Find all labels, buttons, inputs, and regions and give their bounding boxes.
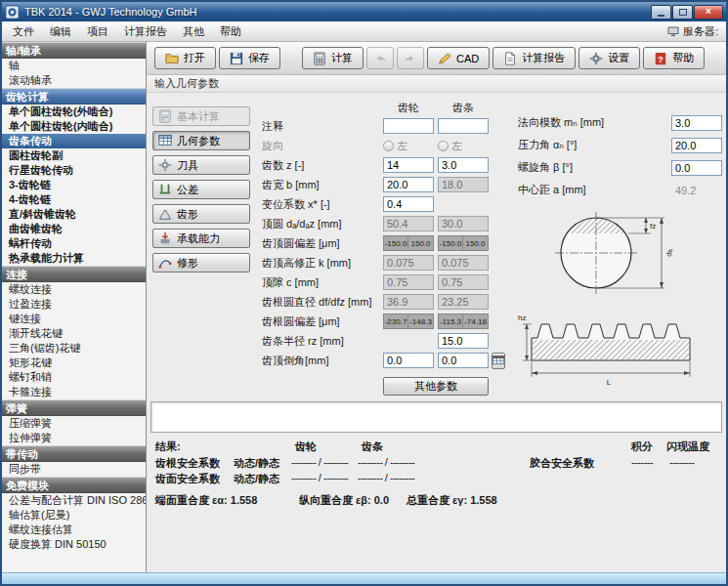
sidebar-item[interactable]: 三角(锯齿)花键 bbox=[2, 341, 146, 356]
sidebar-item[interactable]: 压缩弹簧 bbox=[2, 416, 146, 431]
sidebar-item[interactable]: 轴估算(尼曼) bbox=[2, 508, 146, 523]
chamfer-detail-button[interactable] bbox=[492, 353, 505, 369]
sidebar-item[interactable]: 同步带 bbox=[2, 462, 146, 477]
helix-angle-input[interactable] bbox=[671, 160, 722, 176]
report-button[interactable]: 计算报告 bbox=[492, 47, 576, 69]
hand-rack-option: 左 bbox=[438, 139, 489, 153]
sidebar-item[interactable]: 卡箍连接 bbox=[2, 385, 146, 399]
results-title: 结果: bbox=[155, 440, 181, 454]
sidebar-item[interactable]: 硬度换算 DIN 50150 bbox=[2, 537, 146, 552]
tip-dev-gear-upper-input bbox=[408, 235, 434, 251]
sidebar-item[interactable]: 4-齿轮链 bbox=[2, 192, 146, 207]
flank-safety-gear-value: -------- / -------- bbox=[291, 472, 348, 483]
sidebar-section-header[interactable]: 连接 bbox=[2, 266, 146, 282]
tab-tooth-form[interactable]: 齿形 bbox=[152, 204, 250, 224]
sidebar-item[interactable]: 键连接 bbox=[2, 312, 146, 326]
tab-modification[interactable]: 修形 bbox=[152, 253, 250, 272]
width-gear-input[interactable] bbox=[383, 177, 434, 192]
sidebar-item[interactable]: 齿条传动 bbox=[2, 134, 146, 148]
pressure-angle-input[interactable] bbox=[671, 138, 722, 153]
sidebar-section-header[interactable]: 弹簧 bbox=[2, 399, 146, 416]
shift-gear-input[interactable] bbox=[383, 196, 434, 212]
window-controls: × bbox=[651, 5, 723, 20]
help-button[interactable]: ? 帮助 bbox=[643, 47, 705, 69]
hand-rack-radio bbox=[438, 141, 449, 151]
rack-radius-input[interactable] bbox=[438, 333, 489, 349]
calculate-button-label: 计算 bbox=[331, 51, 353, 65]
calculate-button[interactable]: 计算 bbox=[302, 47, 364, 69]
maximize-button[interactable] bbox=[672, 5, 693, 20]
diagram-label-length: L bbox=[607, 378, 612, 387]
save-button[interactable]: 保存 bbox=[219, 47, 280, 69]
sidebar-item[interactable]: 螺纹连接估算 bbox=[2, 523, 146, 537]
sidebar-item[interactable]: 螺钉和销 bbox=[2, 370, 146, 385]
sidebar-item[interactable]: 矩形花键 bbox=[2, 356, 146, 370]
total-contact-ratio: 总重合度 εγ: 1.558 bbox=[407, 493, 497, 508]
sidebar-item[interactable]: 曲齿锥齿轮 bbox=[2, 222, 146, 236]
param-row-helix-angle: 螺旋角 β [°] bbox=[518, 156, 722, 179]
tip-dia-gear-input bbox=[383, 216, 434, 231]
tab-tools[interactable]: 刀具 bbox=[152, 155, 250, 175]
sidebar-item[interactable]: 行星齿轮传动 bbox=[2, 163, 146, 178]
sidebar-item[interactable]: 螺纹连接 bbox=[2, 282, 146, 297]
sidebar-item[interactable]: 圆柱齿轮副 bbox=[2, 148, 146, 163]
root-dev-gear-upper-input bbox=[408, 314, 434, 329]
comment-gear-input[interactable] bbox=[383, 118, 434, 134]
menu-item[interactable]: 计算报告 bbox=[116, 21, 175, 42]
sidebar-item[interactable]: 渐开线花键 bbox=[2, 326, 146, 341]
sidebar-item[interactable]: 拉伸弹簧 bbox=[2, 431, 146, 445]
minimize-button[interactable] bbox=[651, 5, 671, 20]
teeth-rack-input[interactable] bbox=[438, 157, 489, 173]
center-distance-value: 49.2 bbox=[671, 185, 722, 196]
menu-item[interactable]: 其他 bbox=[175, 21, 212, 42]
menu-item[interactable]: 编辑 bbox=[42, 21, 79, 42]
field-label: 齿顶高修正 k [mm] bbox=[262, 256, 383, 271]
tip-dev-rack-upper-input bbox=[463, 235, 489, 251]
menu-item[interactable]: 文件 bbox=[5, 21, 42, 42]
sidebar-item[interactable]: 轴 bbox=[2, 59, 146, 73]
open-button[interactable]: 打开 bbox=[154, 47, 216, 69]
root-safety-label: 齿根安全系数 bbox=[155, 456, 220, 471]
open-folder-icon bbox=[165, 52, 179, 65]
sidebar-section-header[interactable]: 带传动 bbox=[2, 445, 146, 462]
teeth-gear-input[interactable] bbox=[383, 157, 434, 173]
dyn-stat-label: 动态/静态 bbox=[234, 472, 279, 486]
dyn-stat-label: 动态/静态 bbox=[234, 456, 279, 471]
sidebar-item[interactable]: 蜗杆传动 bbox=[2, 236, 146, 251]
sidebar-item[interactable]: 过盈连接 bbox=[2, 297, 146, 312]
sidebar-item[interactable]: 热承载能力计算 bbox=[2, 251, 146, 266]
more-params-button[interactable]: 其他参数 bbox=[383, 377, 489, 396]
sidebar-section-header[interactable]: 轴/轴承 bbox=[2, 42, 146, 59]
settings-button[interactable]: 设置 bbox=[578, 47, 640, 69]
sidebar-item[interactable]: 3-齿轮链 bbox=[2, 178, 146, 192]
field-label: 顶圆 dₐ/dₐz [mm] bbox=[262, 217, 383, 231]
geometry-diagram: fz dₐ hz bbox=[518, 209, 718, 395]
tab-load-capacity[interactable]: 承载能力 bbox=[152, 229, 250, 248]
sidebar-section-header[interactable]: 免费模块 bbox=[2, 477, 146, 493]
close-button[interactable]: × bbox=[694, 5, 723, 20]
sidebar-section-header[interactable]: 齿轮计算 bbox=[2, 88, 146, 105]
sidebar-item[interactable]: 单个圆柱齿轮(内啮合) bbox=[2, 119, 146, 134]
tip-chamfer-gear-input[interactable] bbox=[383, 353, 434, 368]
sidebar-item[interactable]: 滚动轴承 bbox=[2, 73, 146, 88]
sidebar-item[interactable]: 直/斜齿锥齿轮 bbox=[2, 207, 146, 222]
sidebar-item[interactable]: 单个圆柱齿轮(外啮合) bbox=[2, 105, 146, 119]
form-row-comment: 注释 bbox=[262, 116, 496, 136]
field-label: 齿顶圆偏差 [μm] bbox=[262, 236, 383, 251]
radio-label: 左 bbox=[397, 139, 407, 153]
menu-item[interactable]: 项目 bbox=[79, 21, 116, 42]
tip-chamfer-rack-input[interactable] bbox=[438, 353, 489, 368]
sidebar-item[interactable]: 公差与配合计算 DIN ISO 286 bbox=[2, 493, 146, 508]
geometry-form: 齿轮 齿条 注释 旋向 左 bbox=[262, 99, 496, 396]
field-label: 变位系数 x* [-] bbox=[262, 197, 383, 212]
scuffing-integral-value: ------- bbox=[631, 456, 653, 468]
form-header-row: 齿轮 齿条 bbox=[262, 99, 496, 116]
menu-item[interactable]: 帮助 bbox=[212, 21, 249, 42]
tab-geometry[interactable]: 几何参数 bbox=[152, 131, 250, 150]
tab-tolerance[interactable]: 公差 bbox=[152, 180, 250, 199]
overlap-contact-ratio: 纵向重合度 εβ: 0.0 bbox=[299, 493, 389, 508]
cad-button[interactable]: CAD bbox=[427, 47, 490, 69]
help-button-label: 帮助 bbox=[672, 51, 694, 65]
comment-rack-input[interactable] bbox=[438, 118, 489, 134]
module-input[interactable] bbox=[671, 115, 722, 131]
